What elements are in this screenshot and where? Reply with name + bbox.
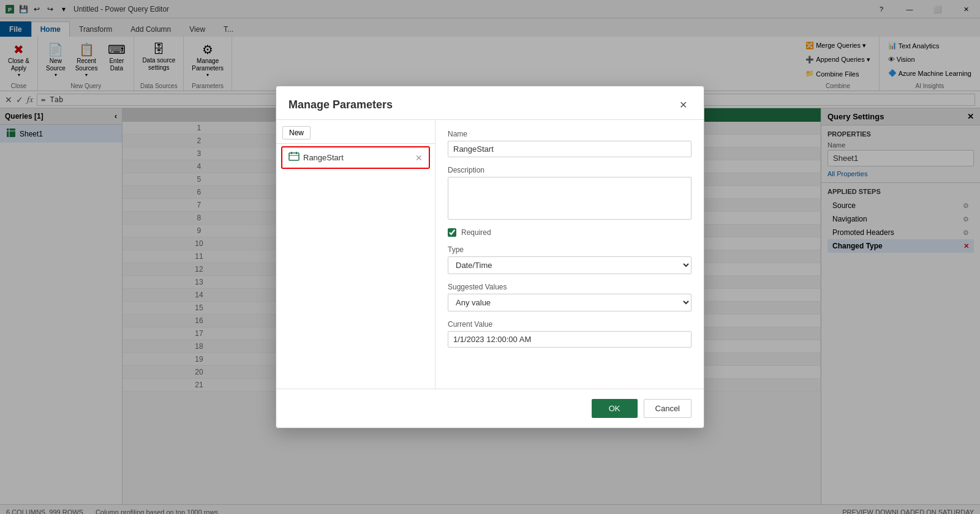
new-param-btn[interactable]: New: [282, 126, 311, 140]
svg-rect-5: [289, 153, 299, 160]
modal-header: Manage Parameters ✕: [276, 86, 704, 120]
range-start-icon: [288, 151, 300, 164]
required-label: Required: [461, 228, 491, 237]
description-input[interactable]: [448, 177, 692, 220]
modal-overlay: Manage Parameters ✕ New: [0, 0, 980, 514]
range-start-delete-icon[interactable]: ✕: [415, 153, 423, 163]
current-value-label: Current Value: [448, 320, 692, 329]
range-start-label: RangeStart: [303, 153, 344, 162]
description-field-group: Description: [448, 166, 692, 220]
range-start-inner: RangeStart: [288, 151, 344, 164]
modal-title: Manage Parameters: [288, 99, 393, 111]
modal-body: New RangeStart: [276, 120, 704, 389]
manage-parameters-modal: Manage Parameters ✕ New: [276, 86, 704, 428]
current-value-input[interactable]: [448, 331, 692, 348]
description-label: Description: [448, 166, 692, 174]
current-value-field-group: Current Value: [448, 320, 692, 348]
ok-btn[interactable]: OK: [592, 399, 638, 418]
name-label: Name: [448, 130, 692, 138]
name-field-group: Name: [448, 130, 692, 157]
modal-footer: OK Cancel: [276, 389, 704, 428]
type-select[interactable]: Date/Time Text Number Date Time Duration…: [448, 256, 692, 274]
modal-param-detail-panel: Name Description Required Type Date/Time…: [435, 120, 704, 389]
suggested-values-label: Suggested Values: [448, 283, 692, 291]
modal-toolbar: New: [276, 126, 435, 144]
cancel-btn[interactable]: Cancel: [644, 399, 692, 418]
suggested-values-select[interactable]: Any value List of values Query: [448, 294, 692, 311]
modal-close-btn[interactable]: ✕: [674, 96, 692, 113]
name-input[interactable]: [448, 141, 692, 157]
modal-params-list-panel: New RangeStart: [276, 120, 435, 389]
type-field-group: Type Date/Time Text Number Date Time Dur…: [448, 245, 692, 274]
required-checkbox[interactable]: [448, 228, 456, 237]
required-row: Required: [448, 228, 692, 237]
range-start-param-item[interactable]: RangeStart ✕: [281, 146, 430, 169]
type-label: Type: [448, 245, 692, 254]
suggested-values-field-group: Suggested Values Any value List of value…: [448, 283, 692, 311]
